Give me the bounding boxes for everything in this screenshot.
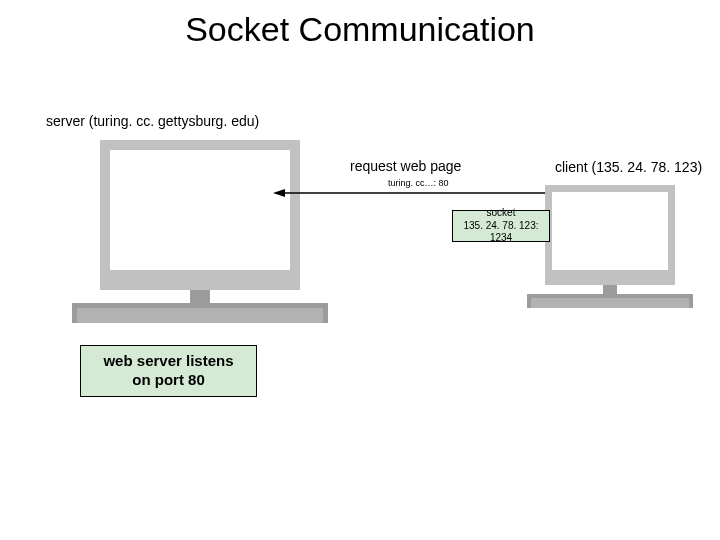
client-label: client (135. 24. 78. 123) [555,159,702,175]
socket-box-line1: socket [453,207,549,220]
server-label: server (turing. cc. gettysburg. edu) [46,113,259,129]
socket-box-line2: 135. 24. 78. 123: 1234 [453,220,549,245]
request-label: request web page [350,158,461,174]
svg-marker-1 [273,189,285,197]
listen-box-line2: on port 80 [103,371,233,390]
socket-box: socket 135. 24. 78. 123: 1234 [452,210,550,242]
listen-box: web server listens on port 80 [80,345,257,397]
listen-box-line1: web server listens [103,352,233,371]
request-arrow-icon [273,186,547,200]
slide-title: Socket Communication [0,10,720,49]
